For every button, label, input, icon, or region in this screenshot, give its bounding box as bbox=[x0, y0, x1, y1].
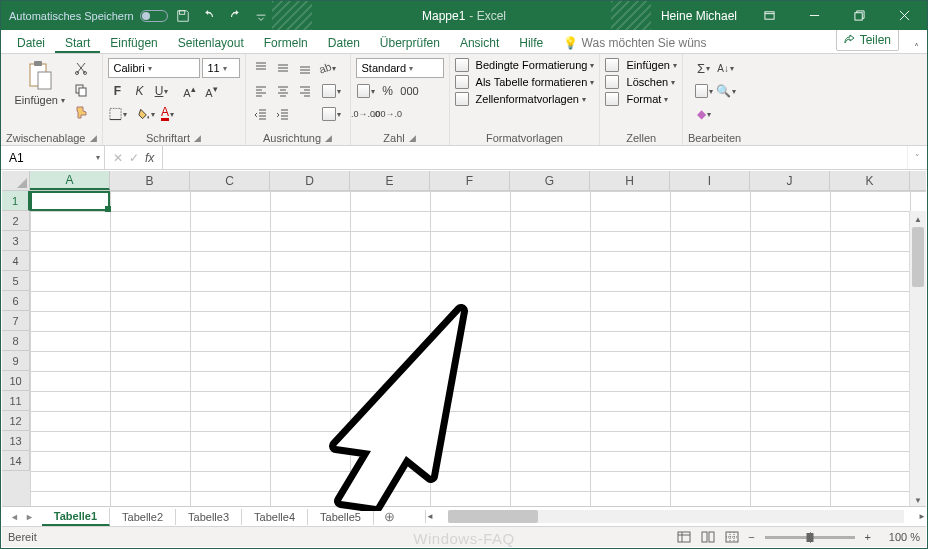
tab-review[interactable]: Überprüfen bbox=[370, 32, 450, 53]
scrollbar-thumb[interactable] bbox=[912, 227, 924, 287]
delete-cells-button[interactable]: Löschen▾ bbox=[605, 75, 677, 89]
tab-page-layout[interactable]: Seitenlayout bbox=[168, 32, 254, 53]
qat-customize-button[interactable] bbox=[250, 5, 272, 27]
align-bottom-button[interactable] bbox=[295, 58, 315, 78]
zoom-slider[interactable] bbox=[765, 536, 855, 539]
percent-format-button[interactable]: % bbox=[378, 81, 398, 101]
formula-input[interactable] bbox=[163, 146, 907, 169]
borders-button[interactable]: ▾ bbox=[108, 104, 128, 124]
fill-button[interactable]: ▾ bbox=[694, 81, 714, 101]
orientation-button[interactable]: ab▾ bbox=[318, 58, 338, 78]
format-cells-button[interactable]: Format▾ bbox=[605, 92, 677, 106]
column-header[interactable]: I bbox=[670, 171, 750, 190]
tab-insert[interactable]: Einfügen bbox=[100, 32, 167, 53]
font-name-select[interactable]: Calibri▾ bbox=[108, 58, 200, 78]
sheet-tab[interactable]: Tabelle4 bbox=[242, 509, 308, 525]
column-header[interactable]: G bbox=[510, 171, 590, 190]
autosave-switch-icon[interactable] bbox=[140, 10, 168, 22]
scroll-right-button[interactable]: ► bbox=[918, 512, 926, 521]
redo-button[interactable] bbox=[224, 5, 246, 27]
column-header[interactable]: J bbox=[750, 171, 830, 190]
number-format-select[interactable]: Standard▾ bbox=[356, 58, 444, 78]
sheet-tab[interactable]: Tabelle3 bbox=[176, 509, 242, 525]
cancel-formula-button[interactable]: ✕ bbox=[113, 151, 123, 165]
column-header[interactable]: H bbox=[590, 171, 670, 190]
scroll-up-button[interactable]: ▲ bbox=[910, 211, 926, 227]
sheet-tab[interactable]: Tabelle5 bbox=[308, 509, 374, 525]
column-header[interactable]: E bbox=[350, 171, 430, 190]
autosum-button[interactable]: Σ▾ bbox=[694, 58, 714, 78]
expand-formula-bar-button[interactable]: ˅ bbox=[907, 146, 927, 169]
sort-filter-button[interactable]: A↓▾ bbox=[716, 58, 736, 78]
enter-formula-button[interactable]: ✓ bbox=[129, 151, 139, 165]
undo-button[interactable] bbox=[198, 5, 220, 27]
align-top-button[interactable] bbox=[251, 58, 271, 78]
tab-start[interactable]: Start bbox=[55, 32, 100, 53]
italic-button[interactable]: K bbox=[130, 81, 150, 101]
ribbon-display-options-button[interactable] bbox=[747, 1, 792, 30]
vertical-scrollbar[interactable]: ▲ ▼ bbox=[909, 211, 926, 508]
select-all-button[interactable] bbox=[2, 171, 30, 190]
sheet-tab[interactable]: Tabelle2 bbox=[110, 509, 176, 525]
align-center-button[interactable] bbox=[273, 81, 293, 101]
column-header[interactable]: A bbox=[30, 171, 110, 190]
format-painter-button[interactable] bbox=[71, 102, 91, 122]
merge-center-button[interactable]: ▾ bbox=[318, 104, 345, 124]
find-select-button[interactable]: 🔍▾ bbox=[716, 81, 736, 101]
alignment-dialog-launcher[interactable]: ◢ bbox=[325, 133, 332, 143]
collapse-ribbon-button[interactable]: ˄ bbox=[905, 42, 927, 53]
row-header[interactable]: 14 bbox=[2, 451, 30, 471]
name-box[interactable]: A1▾ bbox=[1, 146, 105, 169]
row-header[interactable]: 11 bbox=[2, 391, 30, 411]
page-break-view-button[interactable] bbox=[720, 528, 744, 546]
row-header[interactable]: 3 bbox=[2, 231, 30, 251]
paste-button[interactable]: Einfügen▾ bbox=[12, 58, 68, 108]
fill-color-button[interactable]: ▾ bbox=[136, 104, 156, 124]
tab-view[interactable]: Ansicht bbox=[450, 32, 509, 53]
row-header[interactable]: 12 bbox=[2, 411, 30, 431]
zoom-level[interactable]: 100 % bbox=[875, 531, 920, 543]
wrap-text-button[interactable]: ▾ bbox=[318, 81, 345, 101]
align-right-button[interactable] bbox=[295, 81, 315, 101]
close-button[interactable] bbox=[882, 1, 927, 30]
column-header[interactable]: B bbox=[110, 171, 190, 190]
new-sheet-button[interactable]: ⊕ bbox=[374, 509, 405, 524]
insert-cells-button[interactable]: Einfügen▾ bbox=[605, 58, 677, 72]
column-header[interactable]: D bbox=[270, 171, 350, 190]
row-header[interactable]: 8 bbox=[2, 331, 30, 351]
conditional-formatting-button[interactable]: Bedingte Formatierung▾ bbox=[455, 58, 595, 72]
format-as-table-button[interactable]: Als Tabelle formatieren▾ bbox=[455, 75, 595, 89]
normal-view-button[interactable] bbox=[672, 528, 696, 546]
row-header[interactable]: 6 bbox=[2, 291, 30, 311]
autosave-toggle[interactable]: Automatisches Speichern bbox=[9, 10, 168, 22]
align-middle-button[interactable] bbox=[273, 58, 293, 78]
zoom-out-button[interactable]: − bbox=[744, 531, 758, 543]
insert-function-button[interactable]: fx bbox=[145, 151, 154, 165]
zoom-in-button[interactable]: + bbox=[861, 531, 875, 543]
horizontal-scrollbar[interactable]: ◄ ► bbox=[425, 510, 926, 523]
cell-grid[interactable] bbox=[30, 191, 926, 508]
align-left-button[interactable] bbox=[251, 81, 271, 101]
row-header[interactable]: 13 bbox=[2, 431, 30, 451]
column-header[interactable]: F bbox=[430, 171, 510, 190]
tab-file[interactable]: Datei bbox=[7, 32, 55, 53]
page-layout-view-button[interactable] bbox=[696, 528, 720, 546]
row-header[interactable]: 5 bbox=[2, 271, 30, 291]
row-header[interactable]: 2 bbox=[2, 211, 30, 231]
comma-format-button[interactable]: 000 bbox=[400, 81, 420, 101]
row-header[interactable]: 1 bbox=[2, 191, 30, 211]
tab-help[interactable]: Hilfe bbox=[509, 32, 553, 53]
copy-button[interactable] bbox=[71, 80, 91, 100]
increase-indent-button[interactable] bbox=[273, 104, 293, 124]
decrease-decimal-button[interactable]: .00→.0 bbox=[378, 104, 398, 124]
tab-formulas[interactable]: Formeln bbox=[254, 32, 318, 53]
number-dialog-launcher[interactable]: ◢ bbox=[409, 133, 416, 143]
font-color-button[interactable]: A▾ bbox=[158, 104, 178, 124]
bold-button[interactable]: F bbox=[108, 81, 128, 101]
cell-styles-button[interactable]: Zellenformatvorlagen▾ bbox=[455, 92, 595, 106]
share-button[interactable]: Teilen bbox=[836, 29, 899, 51]
save-button[interactable] bbox=[172, 5, 194, 27]
accounting-format-button[interactable]: ▾ bbox=[356, 81, 376, 101]
underline-button[interactable]: U▾ bbox=[152, 81, 172, 101]
row-header[interactable]: 4 bbox=[2, 251, 30, 271]
